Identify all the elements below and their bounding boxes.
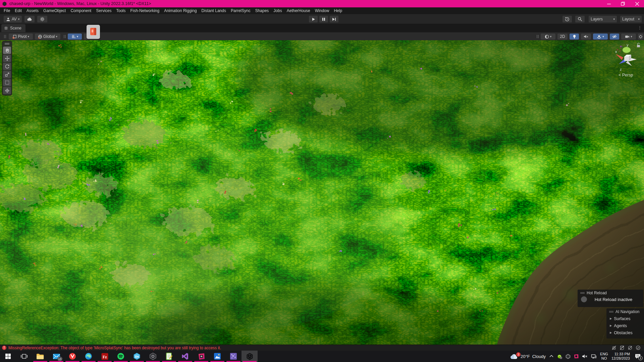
minimize-button[interactable] <box>602 0 616 7</box>
progress-check-icon[interactable] <box>636 345 641 350</box>
rect-tool[interactable] <box>3 79 11 86</box>
menu-item-assets[interactable]: Assets <box>24 7 41 14</box>
active-custom-tool-button[interactable] <box>87 25 100 39</box>
cloud-services-button[interactable] <box>24 15 35 23</box>
menu-item-fish-networking[interactable]: Fish-Networking <box>128 7 162 14</box>
menu-item-distant-lands[interactable]: Distant Lands <box>199 7 228 14</box>
menu-item-file[interactable]: File <box>1 7 12 14</box>
tray-expand-chevron-icon[interactable] <box>549 354 554 358</box>
move-tool[interactable] <box>3 55 11 62</box>
hot-reload-indicator[interactable] <box>581 296 587 302</box>
menu-item-animation-rigging[interactable]: Animation Rigging <box>162 7 199 14</box>
handle-rotation-dropdown[interactable]: Global ▾ <box>35 34 60 40</box>
shading-mode-dropdown[interactable]: ▾ <box>541 34 555 40</box>
gizmo-axis-cone[interactable] <box>626 61 632 66</box>
menu-item-jobs[interactable]: Jobs <box>271 7 284 14</box>
ai-nav-obstacles-foldout[interactable]: ▶ Obstacles <box>606 329 644 336</box>
unlocked-padlock-icon[interactable] <box>637 43 640 47</box>
search-button[interactable] <box>575 15 585 23</box>
tray-unity-hub-icon[interactable] <box>566 354 571 359</box>
status-bar[interactable]: ! MissingReferenceException: The object … <box>0 345 644 351</box>
account-dropdown[interactable]: AV ▾ <box>3 15 22 23</box>
step-button[interactable] <box>329 15 339 23</box>
pivot-mode-dropdown[interactable]: Pivot ▾ <box>9 34 33 40</box>
view-hand-tool[interactable] <box>3 47 11 54</box>
taskbar-app-filezilla[interactable]: Fz <box>97 351 113 362</box>
menu-item-component[interactable]: Component <box>68 7 94 14</box>
gizmos-dropdown[interactable] <box>638 34 643 40</box>
taskbar-app-spotify[interactable] <box>113 351 129 362</box>
panel-drag-handle[interactable] <box>609 311 613 312</box>
taskbar-app-dark-gem[interactable] <box>145 351 161 362</box>
network-icon[interactable] <box>591 354 597 359</box>
taskbar-app-mail[interactable]: 13 <box>48 351 64 362</box>
taskbar-app-pixel-art[interactable] <box>225 351 241 362</box>
scale-tool[interactable] <box>3 71 11 78</box>
menu-item-aetherhouse[interactable]: AetherHouse <box>284 7 313 14</box>
menu-item-edit[interactable]: Edit <box>12 7 24 14</box>
cache-server-disabled-icon[interactable] <box>620 345 625 350</box>
tray-gpu-icon[interactable] <box>557 354 562 359</box>
taskbar-app-edge[interactable] <box>80 351 97 362</box>
effects-dropdown[interactable]: ▾ <box>593 34 608 40</box>
taskbar-app-notepad-plus-plus[interactable] <box>161 351 177 362</box>
orientation-gizmo[interactable]: x y z < Persp <box>610 42 644 79</box>
gizmo-x-axis[interactable] <box>616 54 623 60</box>
settings-button[interactable] <box>37 15 48 23</box>
gizmo-y-axis[interactable] <box>623 47 631 53</box>
taskbar-app-unity-editor[interactable] <box>241 351 258 362</box>
toggle-2d-view[interactable]: 2D <box>557 34 568 40</box>
taskbar-app-photos[interactable] <box>209 351 225 362</box>
ai-nav-surfaces-foldout[interactable]: ▶ Surfaces <box>606 315 644 322</box>
rotate-tool[interactable] <box>3 63 11 70</box>
projection-label[interactable]: < Persp <box>619 73 633 77</box>
ai-nav-agents-foldout[interactable]: ▶ Agents <box>606 322 644 329</box>
panel-drag-handle[interactable] <box>580 292 585 294</box>
transform-tool[interactable] <box>3 87 11 94</box>
scene-audio-toggle[interactable] <box>581 34 591 40</box>
grid-snapping-toggle[interactable]: Y ▾ <box>68 34 82 40</box>
taskbar-task-view-button[interactable] <box>16 351 32 362</box>
tab-options-icon[interactable]: ⋮ <box>638 25 642 30</box>
weather-button[interactable]: 1 20°F Cloudy <box>510 354 546 359</box>
undo-history-button[interactable] <box>562 15 572 23</box>
debugger-disabled-icon[interactable] <box>611 345 616 350</box>
taskbar-app-file-explorer[interactable] <box>32 351 48 362</box>
taskbar-app-vivaldi[interactable] <box>64 351 80 362</box>
scene-visibility-toggle[interactable] <box>610 34 619 40</box>
restore-button[interactable] <box>616 0 630 7</box>
menu-item-services[interactable]: Services <box>94 7 114 14</box>
layout-dropdown[interactable]: Layout ▾ <box>620 15 642 23</box>
scene-lighting-toggle[interactable] <box>570 34 579 40</box>
volume-muted-icon[interactable] <box>582 354 588 359</box>
camera-settings-dropdown[interactable]: ▾ <box>621 34 636 40</box>
tray-rider-icon[interactable] <box>574 354 579 359</box>
foldout-arrow-icon: ▶ <box>610 324 612 327</box>
menu-item-window[interactable]: Window <box>313 7 332 14</box>
layers-dropdown[interactable]: Layers ▾ <box>588 15 617 23</box>
menu-item-tools[interactable]: Tools <box>114 7 128 14</box>
taskbar-start-button[interactable] <box>0 351 16 362</box>
close-button[interactable] <box>630 0 644 7</box>
toolbar-drag-handle[interactable] <box>4 35 6 38</box>
clock[interactable]: 11:33 PM 12/28/2023 <box>611 352 630 361</box>
menu-item-gameobject[interactable]: GameObject <box>41 7 68 14</box>
pause-button[interactable] <box>319 15 328 23</box>
console-error-message[interactable]: MissingReferenceException: The object of… <box>8 346 221 350</box>
code-optimization-icon[interactable] <box>628 345 633 350</box>
scene-viewport[interactable]: x y z < Persp Hot Reload <box>0 40 644 345</box>
menu-item-help[interactable]: Help <box>331 7 344 14</box>
taskbar-app-visual-studio[interactable] <box>177 351 193 362</box>
toolbar-drag-handle[interactable] <box>537 35 539 38</box>
menu-item-shapes[interactable]: Shapes <box>253 7 271 14</box>
taskbar-app-blue-gem[interactable]: Dv <box>129 351 145 362</box>
taskbar-app-rider[interactable]: R <box>193 351 209 362</box>
language-indicator[interactable]: ENG NO <box>600 352 608 361</box>
menu-item-parrelsync[interactable]: ParrelSync <box>228 7 253 14</box>
system-tray: 1 20°F Cloudy <box>510 351 644 362</box>
overlay-drag-handle[interactable] <box>5 43 9 45</box>
notification-center-button[interactable]: 1 <box>635 353 641 360</box>
toolbar-drag-handle[interactable] <box>64 35 66 38</box>
play-button[interactable] <box>309 15 318 23</box>
tab-scene[interactable]: Scene <box>1 24 25 32</box>
